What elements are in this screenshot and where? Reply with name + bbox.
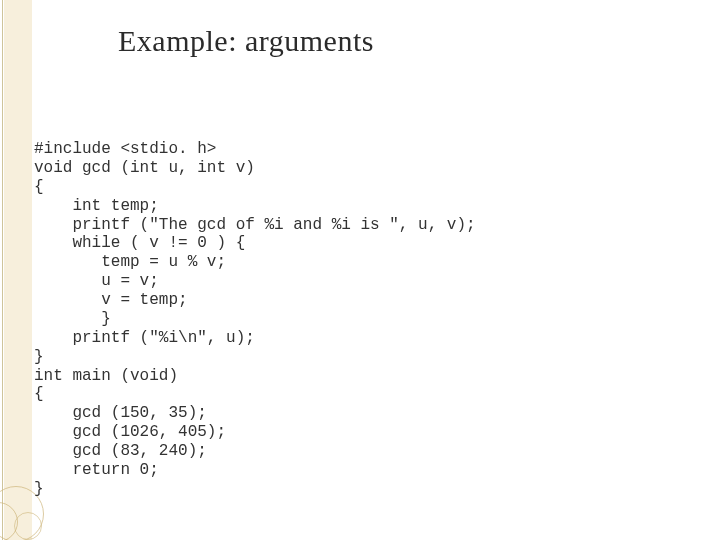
code-line: printf ("%i\n", u); bbox=[34, 329, 255, 347]
code-line: } bbox=[34, 480, 44, 498]
code-line: int main (void) bbox=[34, 367, 178, 385]
code-line: { bbox=[34, 385, 44, 403]
code-line: while ( v != 0 ) { bbox=[34, 234, 245, 252]
code-line: void gcd (int u, int v) bbox=[34, 159, 255, 177]
vertical-band-decoration bbox=[4, 0, 32, 540]
code-line: temp = u % v; bbox=[34, 253, 226, 271]
code-line: { bbox=[34, 178, 44, 196]
code-line: printf ("The gcd of %i and %i is ", u, v… bbox=[34, 216, 476, 234]
code-line: } bbox=[34, 310, 111, 328]
vertical-line-decoration bbox=[2, 0, 3, 540]
code-line: #include <stdio. h> bbox=[34, 140, 216, 158]
code-line: gcd (83, 240); bbox=[34, 442, 207, 460]
code-line: return 0; bbox=[34, 461, 159, 479]
slide-title: Example: arguments bbox=[118, 24, 374, 58]
slide: Example: arguments #include <stdio. h> v… bbox=[0, 0, 720, 540]
code-line: gcd (1026, 405); bbox=[34, 423, 226, 441]
code-line: v = temp; bbox=[34, 291, 188, 309]
deco-circle-3 bbox=[14, 512, 42, 540]
code-line: gcd (150, 35); bbox=[34, 404, 207, 422]
code-line: int temp; bbox=[34, 197, 159, 215]
code-line: u = v; bbox=[34, 272, 159, 290]
code-line: } bbox=[34, 348, 44, 366]
code-block: #include <stdio. h> void gcd (int u, int… bbox=[34, 140, 476, 499]
